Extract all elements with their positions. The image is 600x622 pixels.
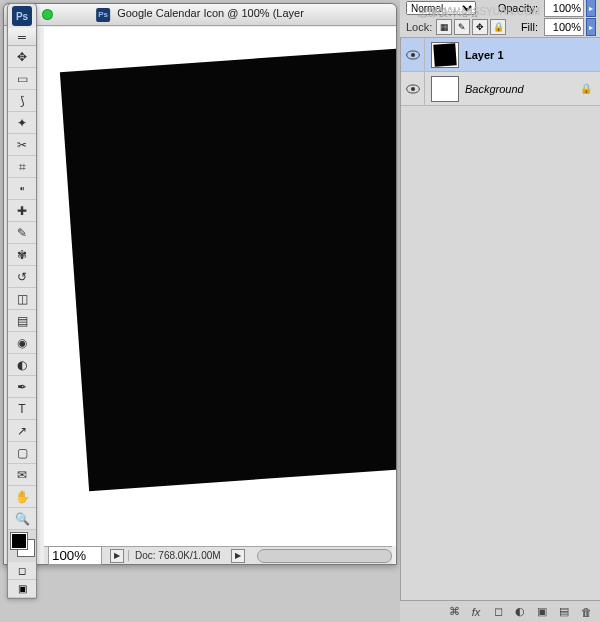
tool-crop[interactable]: ✂ bbox=[8, 134, 36, 156]
layer-thumbnail[interactable] bbox=[431, 42, 459, 68]
svg-point-1 bbox=[410, 52, 414, 56]
tool-gradient[interactable]: ▤ bbox=[8, 310, 36, 332]
tool-eraser[interactable]: ◫ bbox=[8, 288, 36, 310]
tool-pen[interactable]: ✒ bbox=[8, 376, 36, 398]
status-flyout-button[interactable]: ▶ bbox=[231, 549, 245, 563]
tool-palette: Ps ═ ✥ ▭ ⟆ ✦ ✂ ⌗ ⁌ ✚ ✎ ✾ ↺ ◫ ▤ ◉ ◐ ✒ T ↗… bbox=[7, 3, 37, 599]
tool-path-select[interactable]: ↗ bbox=[8, 420, 36, 442]
eye-icon bbox=[406, 50, 420, 60]
screen-mode-toggle[interactable]: ▣ bbox=[8, 580, 36, 598]
layers-panel: Layer 1 Background 🔒 bbox=[400, 38, 600, 610]
tool-wand[interactable]: ✦ bbox=[8, 112, 36, 134]
layer-visibility-toggle[interactable] bbox=[401, 72, 425, 105]
lock-all-button[interactable]: 🔒 bbox=[490, 19, 506, 35]
lock-pixels-button[interactable]: ✎ bbox=[454, 19, 470, 35]
tool-dodge[interactable]: ◐ bbox=[8, 354, 36, 376]
tool-healing[interactable]: ✚ bbox=[8, 200, 36, 222]
adjustment-layer-button[interactable]: ◐ bbox=[510, 604, 530, 620]
tool-hand[interactable]: ✋ bbox=[8, 486, 36, 508]
tool-stamp[interactable]: ✾ bbox=[8, 244, 36, 266]
canvas-shape-layer1 bbox=[60, 43, 396, 491]
horizontal-scrollbar[interactable] bbox=[257, 549, 392, 563]
lock-label: Lock: bbox=[406, 21, 432, 33]
eye-icon bbox=[406, 84, 420, 94]
lock-transparency-button[interactable]: ▦ bbox=[436, 19, 452, 35]
window-title: Ps Google Calendar Icon @ 100% (Layer bbox=[96, 7, 304, 21]
tool-type[interactable]: T bbox=[8, 398, 36, 420]
quick-mask-toggle[interactable]: ◻ bbox=[8, 562, 36, 580]
status-menu-button[interactable]: ▶ bbox=[110, 549, 124, 563]
palette-grip[interactable]: ═ bbox=[8, 28, 36, 46]
fill-flyout-icon[interactable]: ▸ bbox=[586, 18, 596, 36]
tool-brush[interactable]: ✎ bbox=[8, 222, 36, 244]
tool-notes[interactable]: ✉ bbox=[8, 464, 36, 486]
tool-zoom[interactable]: 🔍 bbox=[8, 508, 36, 530]
delete-layer-button[interactable]: 🗑 bbox=[576, 604, 596, 620]
layer-mask-button[interactable]: ◻ bbox=[488, 604, 508, 620]
zoom-field[interactable] bbox=[48, 546, 102, 565]
layer-name-label[interactable]: Layer 1 bbox=[465, 49, 600, 61]
layer-thumbnail[interactable] bbox=[431, 76, 459, 102]
tool-lasso[interactable]: ⟆ bbox=[8, 90, 36, 112]
lock-position-button[interactable]: ✥ bbox=[472, 19, 488, 35]
watermark-text-url: WWW.MISSYUAN.COM bbox=[431, 6, 540, 17]
opacity-field[interactable] bbox=[544, 0, 584, 17]
new-layer-button[interactable]: ▤ bbox=[554, 604, 574, 620]
status-bar: ▶ Doc: 768.0K/1.00M ▶ bbox=[44, 546, 392, 564]
layer-visibility-toggle[interactable] bbox=[401, 38, 425, 71]
doc-size-info: Doc: 768.0K/1.00M bbox=[128, 550, 227, 561]
canvas[interactable] bbox=[44, 27, 396, 546]
foreground-color-swatch[interactable] bbox=[11, 533, 27, 549]
tool-marquee[interactable]: ▭ bbox=[8, 68, 36, 90]
tool-eyedropper[interactable]: ⁌ bbox=[8, 178, 36, 200]
doc-badge-icon: Ps bbox=[96, 8, 110, 22]
zoom-button[interactable] bbox=[42, 9, 53, 20]
document-window: Ps Google Calendar Icon @ 100% (Layer ▶ … bbox=[3, 3, 397, 565]
app-logo: Ps bbox=[12, 6, 32, 26]
tool-blur[interactable]: ◉ bbox=[8, 332, 36, 354]
tool-rectangle[interactable]: ▢ bbox=[8, 442, 36, 464]
workspace: Ps ═ ✥ ▭ ⟆ ✦ ✂ ⌗ ⁌ ✚ ✎ ✾ ↺ ◫ ▤ ◉ ◐ ✒ T ↗… bbox=[0, 0, 400, 622]
layer-group-button[interactable]: ▣ bbox=[532, 604, 552, 620]
fill-field[interactable] bbox=[544, 18, 584, 36]
fill-label: Fill: bbox=[521, 21, 538, 33]
window-titlebar[interactable]: Ps Google Calendar Icon @ 100% (Layer bbox=[4, 4, 396, 26]
layer-row[interactable]: Background 🔒 bbox=[401, 72, 600, 106]
tool-history-brush[interactable]: ↺ bbox=[8, 266, 36, 288]
layer-name-label[interactable]: Background bbox=[465, 83, 580, 95]
layers-panel-footer: ⌘ fx ◻ ◐ ▣ ▤ 🗑 bbox=[400, 600, 600, 622]
tool-slice[interactable]: ⌗ bbox=[8, 156, 36, 178]
layer-style-button[interactable]: fx bbox=[466, 604, 486, 620]
svg-point-3 bbox=[410, 86, 414, 90]
lock-icon: 🔒 bbox=[580, 83, 594, 94]
link-layers-button[interactable]: ⌘ bbox=[444, 604, 464, 620]
layers-list: Layer 1 Background 🔒 bbox=[401, 38, 600, 106]
opacity-flyout-icon[interactable]: ▸ bbox=[586, 0, 596, 17]
layer-row[interactable]: Layer 1 bbox=[401, 38, 600, 72]
tool-move[interactable]: ✥ bbox=[8, 46, 36, 68]
color-swatches[interactable] bbox=[8, 530, 36, 562]
